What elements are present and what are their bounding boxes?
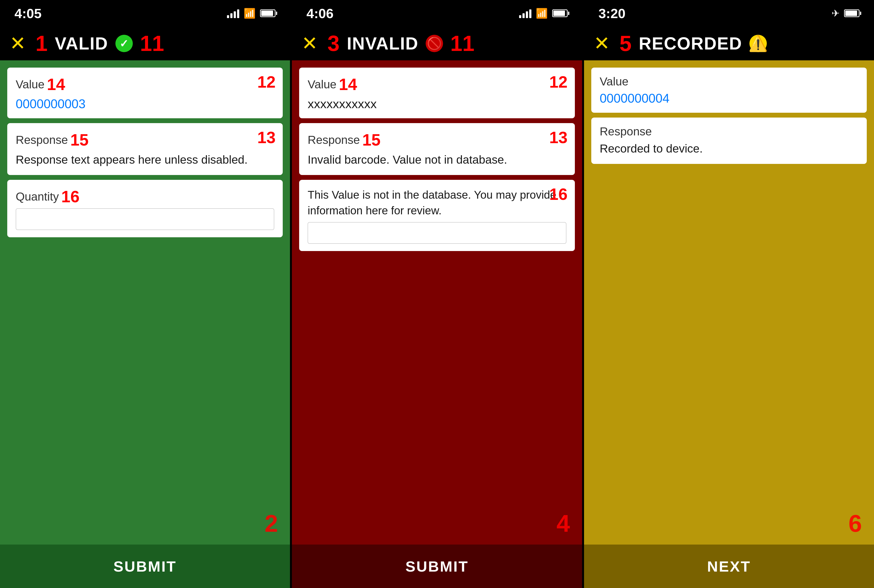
- header-number-left-1: 1: [36, 31, 48, 56]
- main-content-3: Value 0000000004 Response Recorded to de…: [584, 60, 874, 544]
- valid-status-icon-1: ✓: [116, 35, 133, 52]
- close-button-1[interactable]: ✕: [10, 34, 26, 53]
- value-card-1: Value 14 12 0000000003: [7, 68, 283, 118]
- response-card-1: Response 15 13 Response text appears her…: [7, 123, 283, 175]
- quantity-input-1[interactable]: [16, 208, 274, 230]
- value-corner-number-2: 12: [549, 72, 568, 91]
- quantity-label-1: Quantity 16: [16, 187, 274, 206]
- response-label-2: Response 15: [308, 130, 566, 149]
- header-number-left-3: 5: [620, 31, 632, 56]
- header-bar-2: ✕ 3 INVALID 🚫 11: [292, 27, 582, 60]
- info-corner-number-2: 16: [549, 184, 568, 204]
- signal-icon-1: [227, 9, 239, 18]
- header-number-right-1: 11: [140, 31, 164, 56]
- header-bar-3: ✕ 5 RECORDED ⚠️: [584, 27, 874, 60]
- submit-button-1[interactable]: SUBMIT: [0, 544, 290, 588]
- response-card-3: Response Recorded to device.: [591, 117, 867, 164]
- battery-icon-3: [844, 9, 859, 17]
- divider-1-2: [290, 0, 292, 588]
- info-text-2: This Value is not in the database. You m…: [308, 187, 566, 218]
- value-card-2: Value 14 12 xxxxxxxxxxx: [299, 68, 575, 118]
- main-content-2: Value 14 12 xxxxxxxxxxx Response 15 13 I…: [292, 60, 582, 544]
- status-time-3: 3:20: [599, 6, 626, 21]
- response-text-1: Response text appears here unless disabl…: [16, 152, 274, 168]
- info-input-2[interactable]: [308, 222, 566, 244]
- wifi-icon-1: 📶: [243, 8, 256, 19]
- panel-invalid: 4:06 📶 ✕ 3 INVALID 🚫 11 Value: [292, 0, 582, 588]
- main-content-1: Value 14 12 0000000003 Response 15 13 Re…: [0, 60, 290, 544]
- header-bar-1: ✕ 1 VALID ✓ 11: [0, 27, 290, 60]
- value-card-3: Value 0000000004: [591, 68, 867, 113]
- warning-icon-3: ⚠️: [748, 34, 768, 52]
- close-button-3[interactable]: ✕: [594, 34, 610, 53]
- signal-icon-2: [519, 9, 532, 18]
- value-text-3: 0000000004: [600, 91, 858, 105]
- value-label-3: Value: [600, 75, 858, 88]
- value-text-2: xxxxxxxxxxx: [308, 96, 566, 111]
- bg-number-3: 6: [848, 510, 862, 537]
- recorded-status-icon-3: ⚠️: [749, 35, 767, 52]
- wifi-icon-2: 📶: [536, 8, 548, 19]
- quantity-card-1: Quantity 16: [7, 180, 283, 237]
- status-icons-2: 📶: [519, 8, 568, 19]
- response-corner-number-1: 13: [257, 128, 276, 147]
- divider-2-3: [582, 0, 584, 588]
- invalid-status-icon-2: 🚫: [426, 35, 443, 52]
- value-corner-number-1: 12: [257, 72, 276, 91]
- response-card-2: Response 15 13 Invalid barcode. Value no…: [299, 123, 575, 175]
- status-bar-3: 3:20 ✈: [584, 0, 874, 27]
- value-text-1: 0000000003: [16, 96, 274, 111]
- panel-recorded: 3:20 ✈ ✕ 5 RECORDED ⚠️ Value 0000000004 …: [584, 0, 874, 588]
- response-text-2: Invalid barcode. Value not in database.: [308, 152, 566, 168]
- value-label-2: Value 14: [308, 75, 566, 94]
- header-number-left-2: 3: [327, 31, 339, 56]
- response-corner-number-2: 13: [549, 128, 568, 147]
- status-time-1: 4:05: [15, 6, 42, 21]
- status-time-2: 4:06: [306, 6, 333, 21]
- response-label-1: Response 15: [16, 130, 274, 149]
- airplane-icon-3: ✈: [832, 8, 840, 19]
- response-text-3: Recorded to device.: [600, 141, 858, 157]
- value-label-1: Value 14: [16, 75, 274, 94]
- battery-icon-2: [552, 9, 568, 17]
- panel-valid: 4:05 📶 ✕ 1 VALID ✓ 11 Value: [0, 0, 290, 588]
- battery-icon-1: [260, 9, 275, 17]
- status-bar-1: 4:05 📶: [0, 0, 290, 27]
- header-status-1: VALID: [55, 33, 108, 53]
- response-label-3: Response: [600, 125, 858, 138]
- info-card-2: 16 This Value is not in the database. Yo…: [299, 180, 575, 251]
- bg-number-1: 2: [264, 510, 278, 537]
- header-number-right-2: 11: [450, 31, 475, 56]
- bg-number-2: 4: [557, 510, 570, 537]
- submit-button-2[interactable]: SUBMIT: [292, 544, 582, 588]
- header-status-3: RECORDED: [639, 33, 742, 53]
- status-bar-2: 4:06 📶: [292, 0, 582, 27]
- next-button-3[interactable]: NEXT: [584, 544, 874, 588]
- close-button-2[interactable]: ✕: [302, 34, 318, 53]
- header-status-2: INVALID: [347, 33, 418, 53]
- status-icons-3: ✈: [832, 8, 859, 19]
- status-icons-1: 📶: [227, 8, 275, 19]
